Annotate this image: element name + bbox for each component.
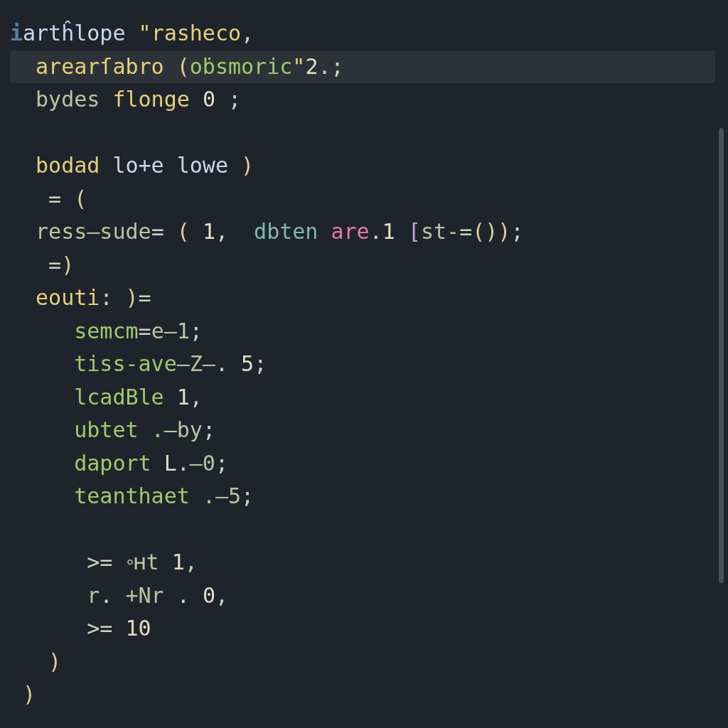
- gutter-cell: [10, 249, 20, 282]
- code-line[interactable]: ): [10, 678, 715, 712]
- gutter-cell: [10, 83, 20, 117]
- code-token: tiss-ave: [23, 351, 177, 376]
- gutter-cell: [10, 579, 20, 613]
- code-token: ;: [331, 54, 344, 79]
- code-token: ;: [510, 219, 523, 244]
- code-token: ubtet: [23, 417, 151, 442]
- scrollbar-thumb[interactable]: [719, 128, 724, 583]
- code-token: ): [126, 285, 139, 310]
- gutter-cell: [10, 381, 20, 414]
- code-token: e–1: [151, 318, 190, 343]
- code-token: ⸰ʜt: [126, 550, 172, 574]
- code-token: flonge: [112, 87, 202, 112]
- code-line[interactable]: [10, 117, 715, 150]
- code-line[interactable]: =): [10, 249, 715, 282]
- code-token: dbten: [241, 219, 331, 244]
- code-line[interactable]: tiss-ave–Z–. 5;: [10, 348, 715, 381]
- code-line[interactable]: arearſabro (oḃsmoric"2.;: [10, 50, 715, 84]
- code-token: :: [100, 285, 125, 310]
- code-line[interactable]: >= 10: [10, 612, 715, 646]
- gutter-cell: [10, 348, 20, 381]
- gutter-cell: [10, 447, 20, 481]
- code-line[interactable]: = (: [10, 183, 715, 216]
- code-token: =: [139, 285, 151, 310]
- code-token: lo+e: [112, 153, 176, 178]
- gutter-cell: [10, 117, 20, 150]
- code-token: 2: [305, 54, 318, 79]
- code-token: –0: [190, 451, 215, 476]
- code-line[interactable]: semcm=e–1;: [10, 315, 715, 348]
- code-line[interactable]: lcadBle 1,: [10, 381, 715, 414]
- code-token: ,: [185, 550, 198, 574]
- code-token: .: [318, 54, 331, 79]
- code-token: r: [23, 583, 100, 608]
- code-token: (: [74, 186, 87, 211]
- code-line[interactable]: ubtet .–by;: [10, 414, 715, 447]
- code-token: .–5: [203, 483, 241, 508]
- gutter-cell: i: [10, 17, 20, 50]
- code-token: ): [241, 153, 254, 178]
- code-token: are: [331, 219, 370, 244]
- code-line[interactable]: ): [10, 646, 715, 679]
- code-line[interactable]: eouti: )=: [10, 282, 715, 315]
- code-token: (: [177, 54, 190, 79]
- code-token: semcm: [23, 318, 139, 343]
- code-token: >=: [23, 616, 126, 641]
- code-token: 1: [203, 219, 215, 244]
- gutter-cell: [10, 612, 20, 646]
- code-line[interactable]: iartĥlope "rasheco,: [10, 17, 715, 50]
- code-token: .: [100, 583, 112, 608]
- code-token: =: [23, 186, 74, 211]
- code-token: –Z–: [177, 351, 215, 376]
- code-token: oḃsmoric: [190, 54, 293, 79]
- code-token: .: [177, 583, 203, 608]
- gutter-cell: [10, 513, 20, 547]
- code-token: arearſabro: [23, 54, 177, 79]
- code-token: daport: [23, 451, 164, 476]
- code-line[interactable]: >= ⸰ʜt 1,: [10, 546, 715, 579]
- code-token: 5: [241, 351, 254, 376]
- code-token: L: [164, 451, 177, 476]
- code-token: bodad: [23, 153, 112, 178]
- code-token: eouti: [23, 285, 100, 310]
- code-token: ;: [190, 318, 203, 343]
- code-token: bydes: [23, 87, 112, 112]
- code-token: ,: [215, 583, 228, 608]
- code-line[interactable]: bodad lo+e lowe ): [10, 149, 715, 183]
- code-token: ,: [241, 21, 254, 46]
- code-token: .: [370, 219, 382, 244]
- code-token: ;: [215, 451, 228, 476]
- code-token: ": [292, 54, 305, 79]
- code-editor[interactable]: iartĥlope "rasheco, arearſabro (oḃsmoric…: [0, 0, 728, 728]
- code-token: 1: [177, 385, 190, 410]
- code-token: =: [459, 219, 472, 244]
- code-line[interactable]: teanthaet .–5;: [10, 480, 715, 513]
- gutter-cell: [10, 414, 20, 447]
- code-line[interactable]: r. +Nr . 0,: [10, 579, 715, 613]
- gutter-cell: [10, 50, 20, 84]
- gutter-cell: [10, 546, 20, 579]
- code-token: =: [139, 318, 151, 343]
- code-line[interactable]: bydes flonge 0 ;: [10, 83, 715, 117]
- code-token: .: [215, 351, 241, 376]
- code-token: lcadBle: [23, 385, 177, 410]
- code-token: 0: [203, 583, 215, 608]
- code-token: ress–sude: [23, 219, 151, 244]
- gutter-cell: [10, 315, 20, 348]
- code-token: ;: [241, 483, 254, 508]
- gutter-cell: [10, 149, 20, 183]
- gutter-cell: [10, 678, 20, 712]
- code-line[interactable]: [10, 513, 715, 547]
- code-token: 1: [382, 219, 408, 244]
- code-token: .: [177, 451, 190, 476]
- code-token: ): [23, 682, 36, 707]
- code-token: ": [139, 21, 151, 46]
- code-token: ,: [215, 219, 241, 244]
- code-line[interactable]: daport L.–0;: [10, 447, 715, 481]
- code-token: ;: [203, 417, 215, 442]
- gutter-cell: [10, 480, 20, 513]
- code-token: [: [408, 219, 421, 244]
- code-line[interactable]: ress–sude= ( 1, dbten are.1 [st-=());: [10, 215, 715, 249]
- code-token: artĥlope: [23, 21, 139, 46]
- code-token: ;: [254, 351, 267, 376]
